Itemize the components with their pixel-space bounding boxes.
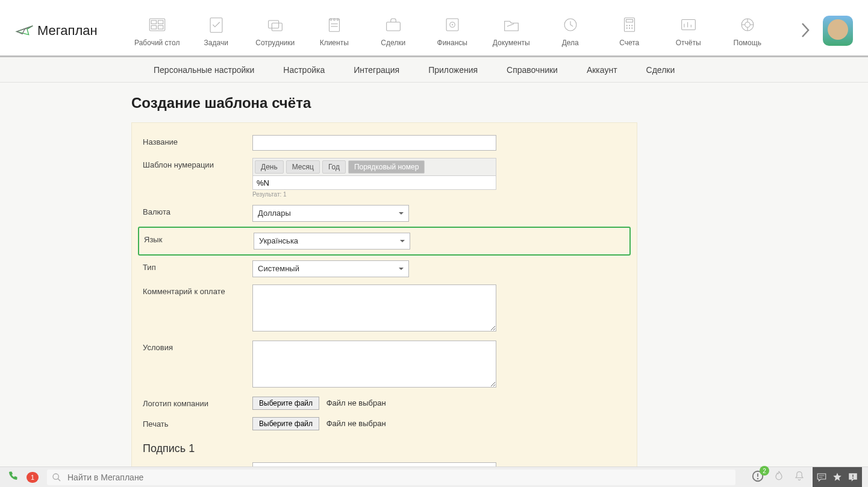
subnav-integration[interactable]: Интеграция (354, 65, 399, 75)
select-value: Українська (259, 236, 298, 245)
global-search[interactable] (47, 470, 735, 485)
label-stamp: Печать (132, 417, 252, 429)
nav-label: Сотрудники (255, 39, 295, 47)
row-type: Тип Системный (132, 257, 637, 281)
nav-affairs[interactable]: Дела (547, 14, 594, 47)
row-name: Название (132, 131, 637, 154)
subnav-apps[interactable]: Приложения (428, 65, 478, 75)
search-icon (52, 473, 61, 482)
page: Создание шаблона счёта Название Шаблон н… (0, 83, 868, 487)
svg-rect-7 (272, 23, 282, 31)
nav-more[interactable] (788, 21, 823, 41)
nav-label: Рабочий стол (134, 39, 180, 47)
logo[interactable]: Мегаплан (15, 21, 98, 40)
chip-seq[interactable]: Порядковый номер (348, 160, 425, 174)
nav-label: Отчёты (676, 39, 701, 47)
footer-right (814, 467, 861, 488)
nav-employees[interactable]: Сотрудники (252, 14, 299, 47)
page-title: Создание шаблона счёта (131, 95, 868, 112)
footer-bar: 1 2 (0, 467, 868, 487)
chip-day[interactable]: День (255, 160, 284, 174)
nav-reports[interactable]: Отчёты (665, 14, 712, 47)
briefcase-icon (382, 14, 404, 35)
user-avatar[interactable] (823, 16, 853, 46)
file-state-stamp: Файл не выбран (326, 419, 386, 428)
chart-icon (678, 14, 699, 35)
label-logo: Логотип компании (132, 397, 252, 408)
logo-text: Мегаплан (37, 23, 98, 39)
nav-invoices[interactable]: Счета (606, 14, 653, 47)
file-state-logo: Файл не выбран (326, 398, 386, 407)
nav-help[interactable]: Помощь (724, 14, 771, 47)
nav-desktop[interactable]: Рабочий стол (134, 14, 181, 47)
label-conditions: Условия (132, 341, 252, 352)
lifebuoy-icon (737, 14, 758, 35)
label-language: Язык (139, 233, 254, 244)
nav-label: Финансы (437, 39, 467, 47)
chip-month[interactable]: Месяц (286, 160, 320, 174)
numbering-result: Результат: 1 (252, 191, 626, 198)
svg-point-32 (745, 22, 750, 28)
row-currency: Валюта Доллары (132, 201, 637, 225)
subnav-account[interactable]: Аккаунт (587, 65, 617, 75)
svg-point-26 (631, 28, 632, 29)
nav-deals[interactable]: Сделки (370, 14, 417, 47)
textarea-conditions[interactable] (252, 341, 496, 388)
select-currency[interactable]: Доллары (252, 205, 409, 222)
svg-rect-27 (681, 20, 695, 30)
nav-label: Счета (619, 39, 639, 47)
phone-badge[interactable]: 1 (27, 472, 39, 483)
chevron-right-icon (800, 21, 811, 39)
nav-finance[interactable]: Финансы (429, 14, 476, 47)
file-button-logo[interactable]: Выберите файл (252, 397, 319, 410)
subnav-deals[interactable]: Сделки (646, 65, 675, 75)
svg-point-10 (333, 19, 335, 20)
nav-tasks[interactable]: Задачи (193, 14, 240, 47)
textarea-pay-comment[interactable] (252, 284, 496, 331)
chip-year[interactable]: Год (322, 160, 346, 174)
fire-icon[interactable] (773, 470, 785, 484)
folder-icon (501, 14, 522, 35)
nav-clients[interactable]: Клиенты (311, 14, 358, 47)
search-input[interactable] (67, 473, 731, 482)
svg-point-24 (626, 28, 627, 29)
numbering-chips: День Месяц Год Порядковый номер (252, 158, 496, 175)
svg-rect-3 (151, 25, 157, 29)
subnav-personal[interactable]: Персональные настройки (154, 65, 254, 75)
phone-icon[interactable] (7, 471, 18, 483)
svg-rect-4 (158, 25, 163, 29)
form-panel: Название Шаблон нумерации День Месяц Год… (131, 122, 637, 487)
file-button-stamp[interactable]: Выберите файл (252, 417, 319, 430)
input-numbering[interactable] (252, 175, 496, 190)
input-name[interactable] (252, 135, 496, 151)
dashboard-icon (146, 14, 168, 35)
label-numbering: Шаблон нумерации (132, 158, 252, 169)
row-language-highlight: Язык Українська (138, 227, 631, 256)
nav-label: Документы (493, 39, 530, 47)
section-signature: Подпись 1 (132, 434, 637, 459)
svg-point-41 (757, 478, 758, 479)
label-currency: Валюта (132, 205, 252, 216)
svg-point-23 (631, 25, 632, 26)
label-type: Тип (132, 260, 252, 272)
svg-rect-14 (386, 22, 400, 31)
select-language[interactable]: Українська (254, 233, 410, 250)
safe-icon (442, 14, 463, 35)
employees-icon (264, 14, 286, 35)
svg-point-37 (53, 474, 58, 479)
nav-label: Задачи (204, 39, 228, 47)
row-stamp: Печать Выберите файл Файл не выбран (132, 413, 637, 434)
tasks-icon (205, 14, 227, 35)
alerts-icon[interactable]: 2 (751, 470, 764, 485)
svg-rect-6 (268, 20, 278, 28)
calculator-icon (619, 14, 640, 35)
feedback-icon[interactable] (844, 467, 862, 488)
bell-icon[interactable] (793, 470, 805, 484)
subnav-settings[interactable]: Настройка (283, 65, 325, 75)
row-logo: Логотип компании Выберите файл Файл не в… (132, 393, 637, 413)
subnav-directories[interactable]: Справочники (507, 65, 558, 75)
nav-documents[interactable]: Документы (488, 14, 535, 47)
sub-nav: Персональные настройки Настройка Интегра… (0, 57, 868, 83)
select-type[interactable]: Системный (252, 260, 409, 277)
row-numbering: Шаблон нумерации День Месяц Год Порядков… (132, 154, 637, 201)
